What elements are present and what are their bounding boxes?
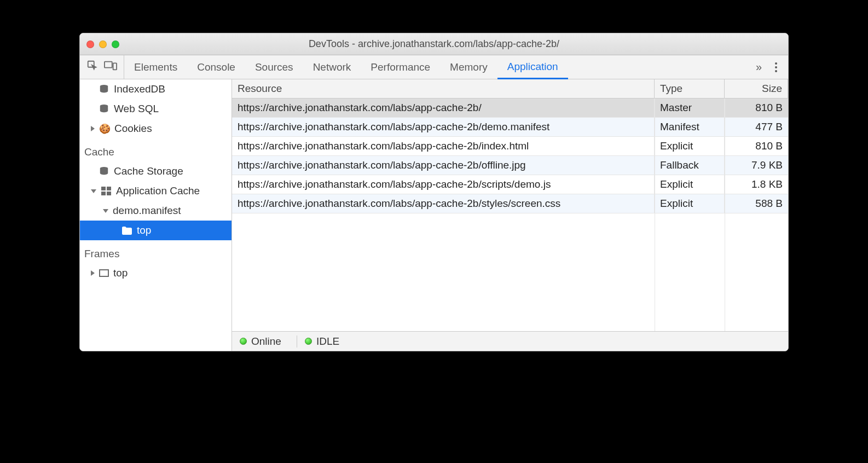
status-idle: IDLE — [305, 335, 347, 348]
sidebar-item-websql[interactable]: Web SQL — [80, 99, 232, 119]
cell-resource: https://archive.jonathanstark.com/labs/a… — [232, 194, 655, 213]
main-panel: Resource Type Size https://archive.jonat… — [232, 79, 788, 351]
cookie-icon: 🍪 — [99, 124, 110, 134]
col-resource[interactable]: Resource — [232, 79, 655, 98]
settings-menu-icon[interactable] — [775, 62, 777, 72]
table-header: Resource Type Size — [232, 79, 788, 99]
zoom-button[interactable] — [112, 40, 119, 48]
svg-rect-8 — [101, 192, 106, 195]
section-cache: Cache — [80, 138, 232, 161]
tab-memory[interactable]: Memory — [440, 55, 497, 79]
svg-rect-6 — [101, 187, 106, 190]
sidebar-item-label: Application Cache — [116, 185, 200, 197]
tab-sources[interactable]: Sources — [245, 55, 303, 79]
disclosure-icon[interactable] — [103, 209, 108, 213]
statusbar: Online IDLE — [232, 331, 788, 351]
status-label: IDLE — [316, 335, 339, 348]
database-icon — [99, 166, 109, 176]
disclosure-icon[interactable] — [91, 126, 95, 131]
section-frames: Frames — [80, 240, 232, 263]
database-icon — [99, 84, 109, 94]
status-dot-icon — [305, 338, 312, 345]
inspect-element-icon[interactable] — [86, 60, 99, 74]
panel-tabs: ElementsConsoleSourcesNetworkPerformance… — [124, 55, 745, 79]
database-icon — [99, 104, 109, 114]
tab-application[interactable]: Application — [497, 56, 568, 79]
status-separator — [297, 335, 297, 348]
devtools-window: DevTools - archive.jonathanstark.com/lab… — [79, 33, 789, 351]
sidebar-item-label: top — [113, 267, 128, 279]
status-dot-icon — [240, 338, 247, 345]
appcache-icon — [101, 186, 112, 196]
table-body: https://archive.jonathanstark.com/labs/a… — [232, 99, 788, 331]
cell-resource: https://archive.jonathanstark.com/labs/a… — [232, 137, 655, 155]
panel-body: IndexedDB Web SQL 🍪 Cookies Cache Cache … — [80, 79, 788, 351]
sidebar-item-cookies[interactable]: 🍪 Cookies — [80, 119, 232, 138]
sidebar-item-frame-top[interactable]: top — [80, 263, 232, 283]
close-button[interactable] — [86, 40, 94, 48]
disclosure-icon[interactable] — [91, 270, 95, 276]
status-online: Online — [240, 335, 289, 348]
svg-rect-2 — [113, 63, 117, 70]
sidebar-item-label: Cache Storage — [114, 165, 183, 177]
svg-rect-9 — [107, 192, 111, 195]
toolbar-right: » — [745, 61, 788, 73]
cell-resource: https://archive.jonathanstark.com/labs/a… — [232, 175, 655, 194]
device-toolbar-icon[interactable] — [104, 60, 117, 74]
sidebar-item-manifest[interactable]: demo.manifest — [80, 201, 232, 221]
toolbar-left — [80, 55, 124, 79]
tab-elements[interactable]: Elements — [124, 55, 187, 79]
sidebar-item-label: Web SQL — [114, 103, 159, 115]
cell-resource: https://archive.jonathanstark.com/labs/a… — [232, 118, 655, 136]
col-type[interactable]: Type — [655, 79, 725, 98]
sidebar-item-label: IndexedDB — [114, 83, 165, 95]
sidebar-item-top[interactable]: top — [80, 221, 232, 240]
folder-icon — [121, 225, 132, 235]
toolbar: ElementsConsoleSourcesNetworkPerformance… — [80, 55, 788, 79]
sidebar-item-appcache[interactable]: Application Cache — [80, 181, 232, 201]
minimize-button[interactable] — [99, 40, 107, 48]
sidebar-item-cache-storage[interactable]: Cache Storage — [80, 161, 232, 181]
sidebar-item-label: top — [137, 224, 151, 236]
sidebar-item-label: demo.manifest — [113, 205, 181, 217]
status-label: Online — [251, 335, 281, 348]
tab-network[interactable]: Network — [303, 55, 361, 79]
disclosure-icon[interactable] — [91, 189, 96, 193]
sidebar-item-label: Cookies — [114, 123, 152, 135]
cell-resource: https://archive.jonathanstark.com/labs/a… — [232, 156, 655, 175]
frame-icon — [99, 269, 109, 277]
svg-rect-1 — [105, 62, 112, 68]
sidebar: IndexedDB Web SQL 🍪 Cookies Cache Cache … — [80, 79, 232, 351]
sidebar-item-indexeddb[interactable]: IndexedDB — [80, 79, 232, 99]
svg-rect-7 — [107, 187, 111, 190]
col-size[interactable]: Size — [725, 79, 788, 98]
window-title: DevTools - archive.jonathanstark.com/lab… — [80, 38, 788, 50]
cell-resource: https://archive.jonathanstark.com/labs/a… — [232, 99, 655, 117]
resource-table: Resource Type Size https://archive.jonat… — [232, 79, 788, 331]
titlebar: DevTools - archive.jonathanstark.com/lab… — [80, 33, 788, 55]
more-tabs-icon[interactable]: » — [756, 61, 762, 73]
tab-console[interactable]: Console — [187, 55, 245, 79]
tab-performance[interactable]: Performance — [361, 55, 440, 79]
traffic-lights — [86, 40, 119, 48]
